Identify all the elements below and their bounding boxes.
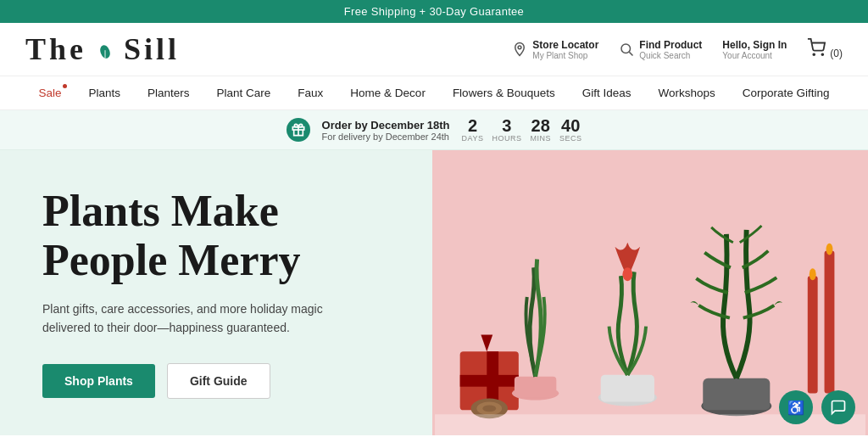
accessibility-icon: ♿ (787, 400, 804, 416)
account-action[interactable]: Hello, Sign In Your Account (722, 39, 787, 60)
svg-point-2 (518, 46, 521, 49)
svg-rect-16 (601, 375, 654, 402)
countdown-bar: Order by December 18th For delivery by D… (0, 110, 868, 150)
nav-item-flowers[interactable]: Flowers & Bouquets (453, 87, 555, 99)
nav-item-plants[interactable]: Plants (88, 87, 120, 99)
chat-icon (830, 399, 847, 416)
header: The Sill Store Locator My Plant Shop (0, 23, 868, 76)
countdown-hours: 3 HOURS (492, 117, 521, 143)
sale-dot (63, 84, 67, 88)
store-locator-text: Store Locator My Plant Shop (532, 39, 598, 60)
countdown-icon (287, 118, 310, 142)
nav-item-sale[interactable]: Sale (38, 87, 61, 99)
find-product-text: Find Product Quick Search (639, 39, 702, 60)
svg-point-23 (826, 244, 833, 255)
header-actions: Store Locator My Plant Shop Find Product… (512, 38, 843, 61)
find-product-action[interactable]: Find Product Quick Search (619, 39, 702, 60)
hero-buttons: Shop Plants Gift Guide (42, 363, 390, 399)
svg-line-4 (630, 52, 633, 55)
nav-item-gift-ideas[interactable]: Gift Ideas (582, 87, 632, 99)
accessibility-button[interactable]: ♿ (779, 390, 813, 424)
search-icon (619, 42, 634, 57)
svg-point-22 (810, 268, 816, 280)
cart-button[interactable]: (0) (807, 38, 843, 61)
logo[interactable]: The Sill (25, 31, 180, 67)
nav-item-corporate[interactable]: Corporate Gifting (743, 87, 830, 99)
hero-left: Plants MakePeople Merry Plant gifts, car… (0, 150, 432, 435)
main-nav: Sale Plants Planters Plant Care Faux Hom… (0, 76, 868, 110)
gift-icon (292, 123, 305, 137)
logo-text: The Sill (25, 31, 180, 67)
banner-text: Free Shipping + 30-Day Guarantee (344, 5, 524, 18)
cart-count: (0) (830, 48, 843, 59)
cart-icon (807, 38, 826, 57)
countdown-numbers: 2 DAYS 3 HOURS 28 MINS 40 SECS (462, 117, 582, 143)
nav-item-home-decor[interactable]: Home & Decor (350, 87, 426, 99)
svg-marker-12 (481, 334, 492, 351)
svg-point-26 (482, 405, 496, 412)
shop-plants-button[interactable]: Shop Plants (42, 364, 155, 398)
nav-item-planters[interactable]: Planters (147, 87, 190, 99)
nav-item-workshops[interactable]: Workshops (658, 87, 715, 99)
countdown-main-text: Order by December 18th (322, 119, 450, 132)
svg-rect-14 (515, 377, 556, 398)
gift-guide-button[interactable]: Gift Guide (167, 363, 270, 399)
hero-title: Plants MakePeople Merry (42, 187, 390, 283)
floating-buttons: ♿ (779, 390, 855, 424)
svg-point-17 (622, 267, 632, 281)
account-text: Hello, Sign In Your Account (722, 39, 787, 60)
svg-rect-20 (808, 276, 818, 393)
store-locator-action[interactable]: Store Locator My Plant Shop (512, 39, 598, 60)
svg-rect-21 (825, 251, 835, 394)
svg-rect-19 (703, 378, 770, 411)
svg-point-5 (814, 53, 815, 55)
logo-leaf-icon (97, 44, 113, 59)
countdown-sub-text: For delivery by December 24th (322, 132, 450, 142)
chat-button[interactable] (821, 390, 855, 424)
nav-item-faux[interactable]: Faux (298, 87, 323, 99)
pin-icon (512, 42, 527, 57)
svg-point-6 (822, 53, 824, 55)
countdown-text: Order by December 18th For delivery by D… (322, 119, 450, 142)
hero-subtitle: Plant gifts, care accessories, and more … (42, 300, 348, 338)
nav-item-plant-care[interactable]: Plant Care (217, 87, 271, 99)
countdown-secs: 40 SECS (559, 117, 582, 143)
countdown-days: 2 DAYS (462, 117, 484, 143)
top-banner: Free Shipping + 30-Day Guarantee (0, 0, 868, 23)
hero-section: Plants MakePeople Merry Plant gifts, car… (0, 150, 868, 435)
svg-point-3 (621, 44, 631, 53)
countdown-mins: 28 MINS (530, 117, 551, 143)
